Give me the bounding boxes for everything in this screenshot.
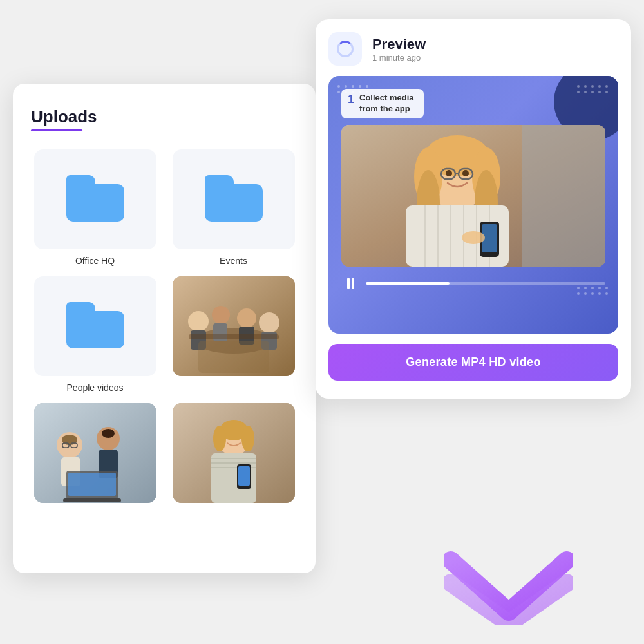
step-text: Collect media from the app [359,93,417,115]
svg-point-61 [462,231,485,244]
svg-point-50 [446,170,452,176]
dot [577,287,580,289]
preview-text-group: Preview 1 minute ago [372,36,426,62]
decorative-dots-tr [577,85,609,93]
dot [584,292,587,295]
preview-header: Preview 1 minute ago [328,32,618,66]
folder-label: People videos [67,383,124,393]
uploads-card: Uploads Office HQ Events [13,84,316,573]
dot [605,292,608,295]
dot [337,91,340,93]
svg-rect-38 [238,466,250,486]
dot [591,287,594,289]
dot [598,85,601,88]
dot [577,292,580,295]
pause-bar-right [352,278,354,289]
list-item[interactable] [169,276,298,393]
svg-point-9 [259,312,279,333]
dot [598,287,601,289]
folder-label: Events [220,256,247,266]
pause-bar-left [347,278,350,289]
uploads-underline [31,129,82,131]
svg-rect-11 [189,334,279,339]
folder-icon-container [34,149,156,249]
generate-button[interactable]: Generate MP4 HD video [328,344,618,381]
photo-container [173,276,295,376]
pause-icon [347,278,354,289]
dot [337,85,340,88]
dot [584,91,587,93]
dot [345,85,347,88]
svg-rect-26 [63,498,121,502]
decorative-dots-br [577,287,609,295]
folder-icon [66,302,124,350]
uploads-grid: Office HQ Events People videos [31,149,298,503]
svg-point-51 [462,170,469,176]
dot [577,91,580,93]
video-frame [341,125,605,267]
step-number: 1 [348,93,354,107]
svg-point-3 [188,311,209,332]
svg-rect-12 [198,341,269,373]
list-item[interactable]: Office HQ [31,149,159,266]
dot [577,85,580,88]
list-item[interactable]: Events [169,149,298,266]
dot [598,292,601,295]
photo-container [34,403,156,503]
dot [591,91,594,93]
scene: Uploads Office HQ Events [0,0,644,644]
video-controls [341,274,605,292]
svg-rect-34 [211,458,256,459]
svg-point-31 [213,426,226,451]
uploads-title: Uploads [31,107,298,127]
dot [352,85,354,88]
preview-icon-box [328,32,362,66]
dot [584,287,587,289]
dot [366,85,368,88]
video-progress-fill [366,282,450,285]
dot [605,85,608,88]
woman-smiling-video [341,125,605,267]
svg-rect-40 [522,125,605,267]
team-meeting-photo [173,276,295,376]
dot [584,85,587,88]
preview-card: Preview 1 minute ago [316,19,631,399]
dot [591,292,594,295]
svg-point-5 [212,306,230,324]
dot [605,287,608,289]
folder-label: Office HQ [75,256,115,266]
pause-button[interactable] [341,274,359,292]
folder-icon-container [173,149,295,249]
svg-point-7 [237,308,256,328]
svg-rect-35 [211,462,256,464]
office-laptop-photo [34,403,156,503]
dot [359,85,361,88]
woman-phone-photo [173,403,295,503]
dot [605,91,608,93]
dot [598,91,601,93]
photo-container [173,403,295,503]
folder-icon [205,175,263,223]
loading-spinner-icon [337,41,354,57]
folder-icon [66,175,124,223]
chevron-container [444,547,573,625]
list-item[interactable]: People videos [31,276,159,393]
preview-title: Preview [372,36,426,53]
svg-rect-25 [68,473,116,496]
step-badge: 1 Collect media from the app [341,89,424,118]
preview-subtitle: 1 minute ago [372,53,426,62]
video-progress-bar[interactable] [366,282,605,285]
dot [591,85,594,88]
list-item[interactable] [169,403,298,503]
video-area: 1 Collect media from the app [328,76,618,334]
folder-icon-container [34,276,156,376]
list-item[interactable] [31,403,159,503]
svg-point-32 [242,426,254,451]
svg-point-22 [102,429,115,438]
chevron-icon [444,547,573,625]
